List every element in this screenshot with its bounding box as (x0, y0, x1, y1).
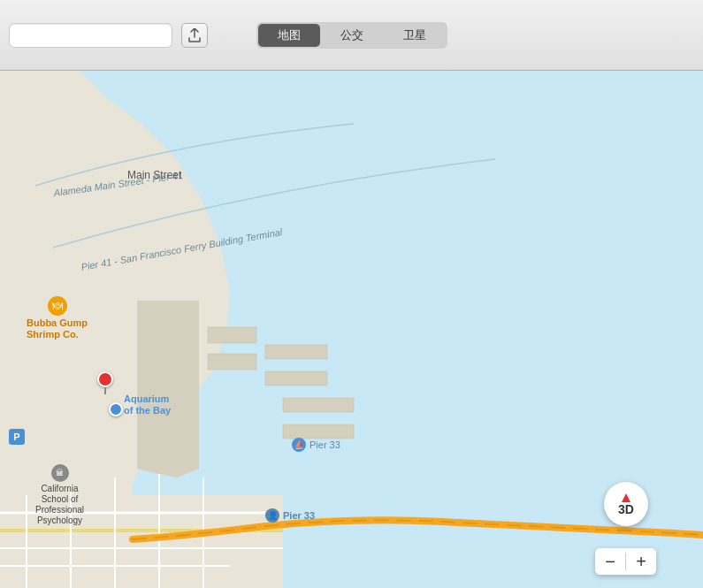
location-pin (97, 371, 113, 394)
svg-rect-9 (283, 424, 354, 439)
svg-rect-6 (265, 345, 327, 359)
zoom-controls: − + (595, 548, 656, 575)
map-svg (0, 71, 703, 588)
tab-satellite[interactable]: 卫星 (384, 24, 446, 47)
share-button[interactable] (181, 23, 208, 48)
search-input[interactable] (9, 23, 172, 48)
svg-rect-4 (208, 327, 256, 343)
poi-aquarium[interactable]: Aquariumof the Bay (124, 393, 171, 416)
zoom-in-button[interactable]: + (626, 548, 656, 575)
map-container[interactable]: Alameda Main Street - Pier 41 Pier 41 - … (0, 71, 703, 588)
poi-bubba-gump[interactable]: 🍽 Bubba GumpShrimp Co. (27, 296, 88, 340)
poi-california-school[interactable]: 🏛 CaliforniaSchool ofProfessionalPsychol… (35, 464, 84, 526)
svg-rect-5 (208, 354, 256, 370)
tab-transit[interactable]: 公交 (321, 24, 383, 47)
map-type-segmented-control: 地图 公交 卫星 (256, 22, 447, 49)
svg-rect-8 (283, 398, 354, 412)
3d-button[interactable]: 3D (604, 482, 648, 526)
compass-icon (622, 493, 630, 502)
parking-icon: P (9, 429, 25, 445)
3d-label: 3D (618, 503, 634, 515)
user-location-dot (109, 402, 123, 416)
toolbar: 地图 公交 卫星 (0, 0, 703, 71)
zoom-out-button[interactable]: − (595, 548, 625, 575)
tab-map[interactable]: 地图 (258, 24, 320, 47)
svg-rect-7 (265, 371, 327, 386)
